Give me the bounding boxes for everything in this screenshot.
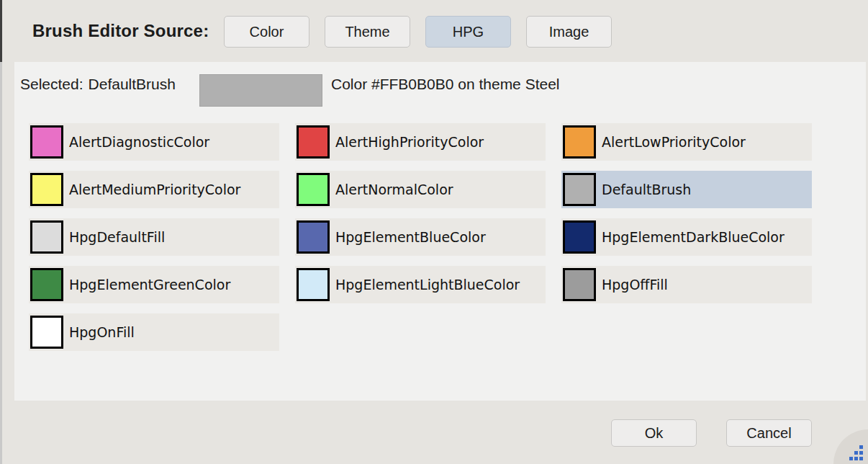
brush-grid: AlertDiagnosticColorAlertHighPriorityCol…: [29, 123, 812, 351]
brush-item-HpgElementBlueColor[interactable]: HpgElementBlueColor: [295, 218, 546, 256]
brush-label: DefaultBrush: [602, 182, 691, 197]
brush-label: AlertMediumPriorityColor: [69, 182, 240, 197]
resize-grip-icon[interactable]: [833, 429, 868, 464]
header-bar: Brush Editor Source: ColorThemeHPGImage: [2, 0, 868, 62]
selected-description: Color #FFB0B0B0 on theme Steel: [331, 62, 560, 107]
brush-swatch: [563, 125, 596, 159]
page-title: Brush Editor Source:: [32, 0, 209, 62]
source-button-theme[interactable]: Theme: [325, 16, 410, 48]
source-button-hpg[interactable]: HPG: [425, 16, 511, 48]
selected-prefix: Selected:: [20, 76, 83, 93]
brush-label: HpgDefaultFill: [69, 229, 165, 245]
brush-swatch: [563, 268, 596, 301]
cancel-button[interactable]: Cancel: [726, 419, 812, 447]
selected-label: Selected: DefaultBrush: [20, 62, 176, 107]
window-edge-bottom: [0, 62, 2, 464]
ok-button[interactable]: Ok: [611, 419, 697, 447]
brush-swatch: [30, 173, 63, 206]
brush-item-HpgElementLightBlueColor[interactable]: HpgElementLightBlueColor: [295, 266, 546, 303]
brush-label: HpgElementGreenColor: [69, 277, 230, 293]
brush-label: AlertLowPriorityColor: [602, 134, 746, 150]
brush-swatch: [563, 220, 596, 254]
brush-swatch: [30, 316, 63, 349]
selected-brush-name: DefaultBrush: [89, 76, 176, 93]
brush-label: AlertHighPriorityColor: [335, 134, 484, 150]
brush-swatch: [30, 125, 63, 159]
brush-label: HpgElementLightBlueColor: [335, 277, 520, 293]
brush-swatch: [297, 125, 330, 159]
selected-swatch: [199, 74, 322, 107]
brush-label: HpgElementDarkBlueColor: [602, 229, 785, 245]
source-button-image[interactable]: Image: [526, 16, 612, 48]
brush-swatch: [563, 173, 596, 206]
brush-label: HpgOffFill: [602, 277, 668, 293]
brush-label: AlertNormalColor: [335, 182, 453, 197]
source-button-group: ColorThemeHPGImage: [224, 16, 612, 48]
brush-list-panel: Selected: DefaultBrush Color #FFB0B0B0 o…: [14, 62, 866, 401]
brush-item-HpgElementDarkBlueColor[interactable]: HpgElementDarkBlueColor: [561, 218, 812, 256]
brush-item-HpgOnFill[interactable]: HpgOnFill: [29, 313, 279, 351]
brush-label: HpgOnFill: [69, 324, 135, 340]
brush-item-HpgDefaultFill[interactable]: HpgDefaultFill: [29, 218, 279, 256]
brush-item-AlertLowPriorityColor[interactable]: AlertLowPriorityColor: [561, 123, 812, 161]
brush-item-AlertNormalColor[interactable]: AlertNormalColor: [295, 171, 546, 208]
source-button-color[interactable]: Color: [224, 16, 309, 48]
brush-item-AlertDiagnosticColor[interactable]: AlertDiagnosticColor: [29, 123, 279, 161]
brush-item-HpgElementGreenColor[interactable]: HpgElementGreenColor: [29, 266, 279, 303]
brush-swatch: [30, 220, 63, 254]
brush-swatch: [297, 268, 330, 301]
brush-label: HpgElementBlueColor: [335, 229, 486, 245]
brush-item-AlertHighPriorityColor[interactable]: AlertHighPriorityColor: [295, 123, 546, 161]
brush-swatch: [30, 268, 63, 301]
brush-item-HpgOffFill[interactable]: HpgOffFill: [561, 266, 812, 303]
selected-summary: Selected: DefaultBrush Color #FFB0B0B0 o…: [14, 62, 866, 107]
brush-item-DefaultBrush[interactable]: DefaultBrush: [561, 171, 812, 208]
brush-swatch: [297, 173, 330, 206]
brush-item-AlertMediumPriorityColor[interactable]: AlertMediumPriorityColor: [29, 171, 279, 208]
brush-swatch: [297, 220, 330, 254]
brush-label: AlertDiagnosticColor: [69, 134, 209, 150]
